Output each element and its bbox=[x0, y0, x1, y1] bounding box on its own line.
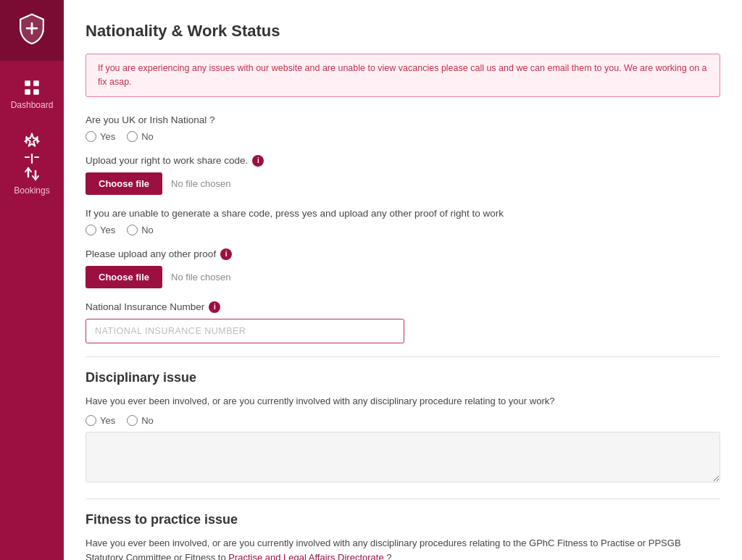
uk-irish-label: Are you UK or Irish National ? bbox=[86, 114, 720, 125]
choose-file-button-2[interactable]: Choose file bbox=[86, 266, 162, 288]
disciplinary-textarea[interactable] bbox=[86, 432, 720, 482]
alert-banner: If you are experiencing any issues with … bbox=[86, 54, 720, 97]
choose-file-button-1[interactable]: Choose file bbox=[86, 172, 162, 195]
uk-irish-yes-label[interactable]: Yes bbox=[86, 131, 115, 142]
upload-other-proof-group: Please upload any other proof i Choose f… bbox=[86, 248, 720, 288]
svg-rect-4 bbox=[25, 89, 30, 95]
uk-irish-no-radio[interactable] bbox=[127, 131, 138, 142]
unable-share-code-label: If you are unable to generate a share co… bbox=[86, 208, 720, 219]
upload-right-to-work-group: Upload your right to work share code. i … bbox=[86, 155, 720, 195]
sidebar: Dashboard Bookings bbox=[0, 0, 64, 560]
sidebar-item-dashboard[interactable]: Dashboard bbox=[0, 68, 64, 120]
uk-irish-no-label[interactable]: No bbox=[127, 131, 154, 142]
sidebar-dashboard-label: Dashboard bbox=[11, 100, 54, 110]
unable-share-code-yes-label[interactable]: Yes bbox=[86, 225, 115, 235]
section-divider-1 bbox=[86, 356, 720, 357]
choose-file-row-2: Choose file No file chosen bbox=[86, 266, 720, 288]
logo-container bbox=[0, 0, 64, 61]
sidebar-item-bookings[interactable]: Bookings bbox=[0, 120, 64, 206]
upload-other-proof-label: Please upload any other proof i bbox=[86, 248, 720, 260]
disciplinary-group: Have you ever been involved, or are you … bbox=[86, 394, 720, 486]
uk-irish-radio-group: Yes No bbox=[86, 131, 720, 142]
disciplinary-no-radio[interactable] bbox=[127, 415, 138, 426]
unable-share-code-group: If you are unable to generate a share co… bbox=[86, 208, 720, 235]
unable-share-code-no-radio[interactable] bbox=[127, 225, 138, 235]
unable-share-code-no-label[interactable]: No bbox=[127, 225, 154, 235]
sidebar-bookings-label: Bookings bbox=[14, 185, 49, 196]
disciplinary-heading: Disciplinary issue bbox=[86, 370, 720, 385]
national-insurance-group: National Insurance Number i bbox=[86, 301, 720, 343]
svg-rect-5 bbox=[33, 89, 39, 95]
uk-irish-yes-radio[interactable] bbox=[86, 131, 96, 142]
shield-logo-icon bbox=[16, 13, 48, 48]
fitness-question: Have you ever been involved, or are you … bbox=[86, 536, 720, 560]
fitness-heading: Fitness to practice issue bbox=[86, 512, 720, 527]
national-insurance-label: National Insurance Number i bbox=[86, 301, 720, 313]
no-file-text-2: No file chosen bbox=[171, 272, 230, 283]
svg-rect-2 bbox=[25, 80, 30, 86]
disciplinary-radio-group: Yes No bbox=[86, 415, 720, 426]
national-insurance-info-icon[interactable]: i bbox=[209, 301, 220, 313]
section-divider-2 bbox=[86, 498, 720, 499]
no-file-text-1: No file chosen bbox=[171, 178, 230, 189]
upload-right-to-work-label: Upload your right to work share code. i bbox=[86, 155, 720, 167]
upload-other-proof-info-icon[interactable]: i bbox=[220, 248, 232, 260]
uk-irish-group: Are you UK or Irish National ? Yes No bbox=[86, 114, 720, 142]
main-content: Nationality & Work Status If you are exp… bbox=[64, 0, 742, 560]
svg-rect-3 bbox=[33, 80, 39, 86]
page-title: Nationality & Work Status bbox=[86, 22, 720, 41]
disciplinary-yes-radio[interactable] bbox=[86, 415, 96, 426]
national-insurance-input[interactable] bbox=[86, 319, 404, 343]
disciplinary-no-label[interactable]: No bbox=[127, 415, 154, 426]
fitness-question-link[interactable]: Practise and Legal Affairs Directorate bbox=[228, 552, 383, 561]
disciplinary-question: Have you ever been involved, or are you … bbox=[86, 394, 720, 409]
fitness-group: Have you ever been involved, or are you … bbox=[86, 536, 720, 560]
upload-right-to-work-info-icon[interactable]: i bbox=[252, 155, 264, 167]
disciplinary-yes-label[interactable]: Yes bbox=[86, 415, 115, 426]
unable-share-code-radio-group: Yes No bbox=[86, 225, 720, 235]
unable-share-code-yes-radio[interactable] bbox=[86, 225, 96, 235]
choose-file-row-1: Choose file No file chosen bbox=[86, 172, 720, 195]
